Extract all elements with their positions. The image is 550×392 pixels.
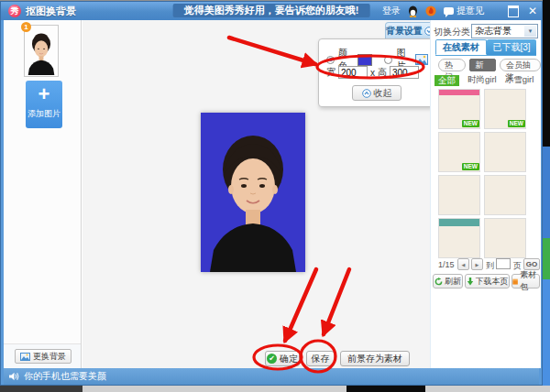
filter-hot[interactable]: 热门 (438, 59, 466, 71)
chevron-up-icon (362, 89, 371, 98)
subfilter-all[interactable]: 全部 (434, 75, 459, 86)
refresh-icon (434, 278, 443, 286)
download-icon (467, 278, 474, 286)
background-block (0, 386, 82, 392)
download-page-button[interactable]: 下载本页 (465, 274, 510, 289)
height-input[interactable] (390, 66, 419, 79)
color-radio[interactable] (326, 56, 335, 64)
page-indicator: 1/15 (438, 260, 455, 269)
material-thumb[interactable] (438, 218, 480, 258)
collapse-button[interactable]: 收起 (352, 85, 402, 101)
promo-guess-you-like[interactable]: 猜你喜欢 (439, 292, 487, 311)
portrait-thumb-image (26, 27, 57, 75)
photo-thumbnail[interactable]: 1 (24, 25, 59, 77)
speech-bubble-icon (444, 7, 454, 15)
check-icon: ✔ (267, 354, 277, 364)
refresh-button[interactable]: 刷新 (433, 274, 463, 289)
material-thumb[interactable] (438, 175, 480, 215)
material-thumb[interactable]: NEW (438, 89, 480, 129)
edit-canvas[interactable]: ✔ 确定 保存 前景存为素材 背景设置 颜色 (82, 20, 430, 368)
tab-downloaded[interactable]: 已下载[3] (487, 39, 536, 55)
material-thumb[interactable]: NEW (484, 89, 526, 129)
tab-online-materials[interactable]: 在线素材 (435, 39, 487, 55)
material-thumb[interactable] (484, 218, 526, 258)
category-label: 切换分类 (434, 26, 470, 38)
width-label: 宽 (326, 66, 336, 79)
filter-member-lottery[interactable]: 会员抽奖 (500, 59, 541, 71)
material-thumb[interactable] (484, 175, 526, 215)
promo-popular-cardigan[interactable]: 人气开衫 (490, 292, 540, 311)
window-title: 抠图换背景 (26, 5, 76, 18)
subfilter-ice-girl[interactable]: 冰雪girl (505, 74, 534, 86)
desktop-bottom-sliver (0, 386, 550, 392)
background-block (543, 147, 550, 238)
package-icon (512, 278, 518, 286)
plus-icon: + (26, 81, 62, 108)
height-label: 高 (378, 66, 387, 79)
change-background-icon (20, 353, 30, 361)
confirm-button[interactable]: ✔ 确定 (265, 351, 300, 366)
materials-tabs: 在线素材 已下载[3] (435, 39, 536, 56)
qq-icon[interactable] (408, 5, 418, 17)
status-text: 你的手机也需要美颜 (24, 370, 106, 383)
materials-panel: 切换分类 杂志背景 ▼ 在线素材 已下载[3] 热门 新鲜 会员抽奖 全部 时尚… (430, 20, 541, 368)
thumb-art (439, 219, 479, 226)
change-background-button[interactable]: 更换背景 (15, 349, 72, 364)
subfilter-fashion-girl[interactable]: 时尚girl (468, 74, 497, 86)
background-block (346, 386, 425, 392)
new-badge: NEW (508, 120, 525, 127)
material-thumb[interactable]: NEW (438, 132, 480, 172)
flame-icon[interactable] (425, 5, 436, 16)
background-block (543, 279, 550, 392)
material-thumb[interactable] (484, 132, 526, 172)
feedback-button[interactable]: 提意见 (444, 5, 484, 17)
material-pack-button[interactable]: 素材包 (512, 274, 540, 289)
window-content: 1 + 添加图片 更换背景 (4, 20, 541, 368)
background-settings-tab[interactable]: 背景设置 (385, 22, 434, 38)
prev-page-button[interactable]: ◀ (457, 258, 469, 270)
next-page-button[interactable]: ▶ (471, 258, 483, 270)
background-settings-panel: 颜色 图片 宽 x 高 收起 (318, 38, 434, 107)
goto-page-input[interactable] (496, 258, 511, 269)
login-link[interactable]: 登录 (382, 5, 401, 17)
add-image-button[interactable]: + 添加图片 (26, 81, 62, 128)
app-logo-icon: 秀 (8, 5, 21, 17)
speaker-icon (9, 372, 19, 381)
background-block (543, 0, 550, 147)
category-dropdown[interactable]: 杂志背景 ▼ (471, 24, 538, 38)
close-button[interactable]: ✕ (528, 5, 537, 17)
new-badge: NEW (462, 120, 479, 127)
photo-list-sidebar: 1 + 添加图片 更换背景 (4, 20, 82, 368)
filter-fresh[interactable]: 新鲜 (469, 59, 497, 71)
portrait-image (201, 113, 305, 272)
promo-youth-sport-style[interactable]: 青春时尚运动风 (439, 313, 540, 332)
photo-index-badge: 1 (21, 22, 31, 32)
maximize-button[interactable] (508, 5, 519, 17)
width-input[interactable] (338, 66, 368, 79)
new-badge: NEW (462, 163, 479, 170)
promo-banner: 觉得美图秀秀好用，要告诉您的朋友哦! (173, 4, 370, 17)
dropdown-arrow-icon: ▼ (524, 26, 536, 37)
titlebar[interactable]: 秀 抠图换背景 觉得美图秀秀好用，要告诉您的朋友哦! 登录 提意见 ✕ (1, 2, 542, 20)
save-foreground-button[interactable]: 前景存为素材 (340, 351, 410, 366)
image-icon[interactable] (415, 54, 428, 65)
statusbar: 你的手机也需要美颜 (4, 368, 539, 385)
color-swatch[interactable] (358, 54, 373, 66)
thumb-art (439, 90, 479, 95)
background-window-sliver (543, 0, 550, 392)
sidebar-footer: 更换背景 (4, 343, 81, 368)
edited-photo[interactable] (201, 113, 305, 272)
image-radio[interactable] (384, 56, 392, 64)
save-button[interactable]: 保存 (306, 351, 335, 366)
app-window: 秀 抠图换背景 觉得美图秀秀好用，要告诉您的朋友哦! 登录 提意见 ✕ 1 (0, 1, 543, 386)
screen: { "titlebar": { "logo_char": "秀", "title… (0, 0, 550, 392)
background-block (543, 238, 550, 279)
